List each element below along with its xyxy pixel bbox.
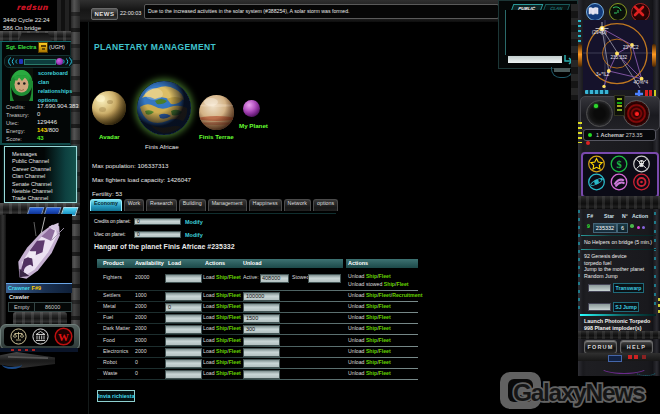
svg-text:W: W [58, 331, 69, 343]
svg-text:$: $ [616, 159, 621, 170]
svg-text:23*+C2: 23*+C2 [623, 45, 639, 50]
svg-text:3+*!L2: 3+*!L2 [596, 72, 610, 77]
svg-text:4O%*4: 4O%*4 [634, 80, 649, 85]
svg-text:(294!0): (294!0) [592, 30, 607, 35]
svg-text:235:332: 235:332 [611, 55, 628, 60]
svg-text:GalaxyNews: GalaxyNews [513, 379, 645, 406]
